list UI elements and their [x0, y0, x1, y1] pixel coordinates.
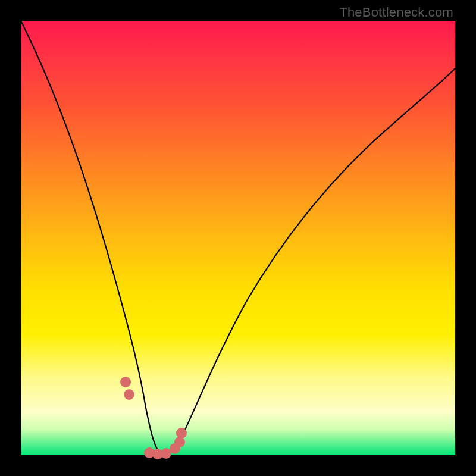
chart-frame: TheBottleneck.com — [0, 0, 476, 476]
svg-point-1 — [124, 389, 134, 400]
curve-layer — [21, 21, 455, 455]
bottleneck-curve — [21, 21, 455, 454]
svg-point-6 — [174, 437, 185, 447]
svg-point-0 — [120, 377, 131, 387]
watermark-brand: TheBottleneck.com — [339, 5, 453, 20]
svg-point-7 — [176, 428, 187, 439]
highlight-dots — [120, 377, 187, 459]
